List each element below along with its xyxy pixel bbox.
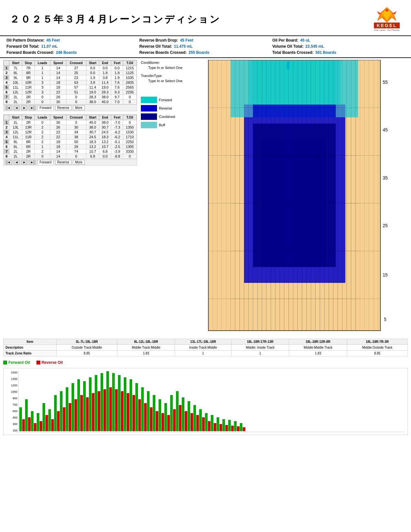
track-col-3: 13L-17L:18L-18R — [175, 339, 231, 344]
tab-more-2[interactable]: More — [73, 160, 85, 165]
table-row: 72L2R2147410.76.8-3.93330 — [4, 149, 137, 154]
nav2-first-btn[interactable]: |◄ — [5, 160, 12, 165]
col2-header-stop: Stop — [22, 115, 35, 120]
nav-last-btn[interactable]: ►| — [29, 105, 36, 110]
bar-reverse — [103, 389, 106, 431]
svg-text:15: 15 — [383, 272, 388, 277]
cell: 0 — [66, 154, 86, 159]
track-col-5: 18L-18R:12R-8R — [289, 339, 347, 344]
cell: 22 — [50, 130, 66, 134]
nav2-next-btn[interactable]: ► — [21, 160, 27, 165]
bar-group — [72, 383, 77, 431]
tab-forward-1[interactable]: Forward — [37, 105, 54, 110]
bar-forward — [234, 421, 237, 431]
cell: 18.3 — [86, 139, 99, 144]
table-row: 612L12R3225119.028.39.32295 — [4, 90, 137, 94]
conditioner-value: Type In or Select One — [141, 65, 190, 71]
forward-dot-icon — [3, 361, 7, 364]
bar-reverse — [185, 411, 187, 431]
cell: 8L — [9, 70, 22, 75]
bar-reverse — [109, 387, 112, 431]
bar-reverse — [231, 426, 234, 431]
svg-text:55: 55 — [383, 80, 388, 85]
nav2-prev-btn[interactable]: ◄ — [14, 160, 20, 165]
row-num: 5 — [4, 139, 9, 144]
cell: 3.8 — [99, 75, 111, 80]
buff-label: Buff — [159, 123, 165, 127]
cell: 11.4 — [99, 80, 111, 85]
bar-forward — [188, 401, 190, 431]
oil-per-board-label: Oil Per Board: — [272, 37, 298, 44]
bar-group — [153, 395, 158, 431]
bar-group — [124, 377, 129, 431]
cell: 7.6 — [111, 80, 123, 85]
cell: 11.4 — [86, 85, 99, 90]
bar-group — [106, 371, 112, 431]
cell: 0.0 — [111, 65, 123, 70]
tab-more-1[interactable]: More — [73, 105, 85, 110]
cell: 1530 — [123, 130, 137, 134]
bar-forward — [147, 391, 150, 431]
bar-chart-inner — [18, 371, 405, 432]
bar-group — [89, 377, 94, 431]
nav-next-btn[interactable]: ► — [21, 105, 27, 110]
reverse-label: Reverse — [159, 106, 172, 110]
cell: 0 — [123, 154, 137, 159]
cell: -3.9 — [111, 149, 123, 154]
y-750: 750 — [6, 403, 17, 406]
legend-forward: Forward — [141, 97, 190, 103]
bar-reverse — [191, 413, 193, 431]
bar-group — [141, 387, 147, 431]
bar-group — [147, 391, 152, 431]
cell: 1.9 — [111, 75, 123, 80]
bar-group — [60, 391, 65, 431]
cell: 13R — [22, 125, 35, 130]
bar-group — [48, 409, 54, 431]
bar-reverse — [80, 395, 83, 431]
forward-oil-value: 11.07 mL — [41, 44, 58, 50]
cell: 28.3 — [99, 90, 111, 94]
bar-reverse — [22, 419, 25, 431]
bar-reverse — [69, 403, 71, 431]
cell: 3 — [34, 90, 50, 94]
bar-forward — [124, 377, 126, 431]
cell: 1710 — [123, 134, 137, 139]
transfer-value: Type In or Select One — [141, 78, 190, 84]
tab-reverse-2[interactable]: Reverse — [55, 160, 72, 165]
bar-group — [112, 373, 118, 431]
cell: 13.2 — [86, 144, 99, 149]
cell: 1125 — [123, 70, 137, 75]
bar-reverse — [243, 427, 245, 431]
bar-chart-section: 1500 1350 1200 1050 900 750 600 450 300 … — [3, 368, 408, 435]
ratio-cell: 1 — [231, 350, 289, 356]
cell: 30 — [66, 125, 86, 130]
chart-legend: Forward Oil Reverse Oil — [3, 359, 408, 366]
y-450: 450 — [6, 416, 17, 419]
cell: 13.2 — [99, 139, 111, 144]
cell: 0 — [123, 99, 137, 104]
header: ２０２５年３月４月レーンコンディション KEGEL Your Lanes · O… — [0, 0, 411, 35]
bar-reverse — [167, 415, 170, 431]
track-col-4: 18L-18R:17R-13R — [231, 339, 289, 344]
cell: 14 — [50, 75, 66, 80]
bar-reverse — [196, 415, 199, 431]
nav-first-btn[interactable]: |◄ — [5, 105, 12, 110]
tab-reverse-1[interactable]: Reverse — [55, 105, 72, 110]
cell: 14 — [50, 149, 66, 154]
cell: 2R — [22, 99, 35, 104]
nav-prev-btn[interactable]: ◄ — [14, 105, 20, 110]
bar-group — [188, 401, 193, 431]
bar-group — [25, 399, 31, 431]
reverse-table: Start Stop Loads Speed Crossed Start End… — [3, 114, 137, 166]
bar-forward — [43, 403, 45, 431]
y-300: 300 — [6, 422, 17, 426]
nav2-last-btn[interactable]: ►| — [29, 160, 36, 165]
cell: 38 — [66, 134, 86, 139]
bar-reverse — [144, 403, 147, 431]
bar-group — [54, 395, 60, 431]
bar-reverse — [121, 391, 123, 431]
table-row: 82L2R01406.80.0-6.80 — [4, 154, 137, 159]
bar-forward — [89, 377, 92, 431]
description-cell: Middle Track:Middle — [117, 344, 175, 350]
tab-forward-2[interactable]: Forward — [37, 160, 54, 164]
